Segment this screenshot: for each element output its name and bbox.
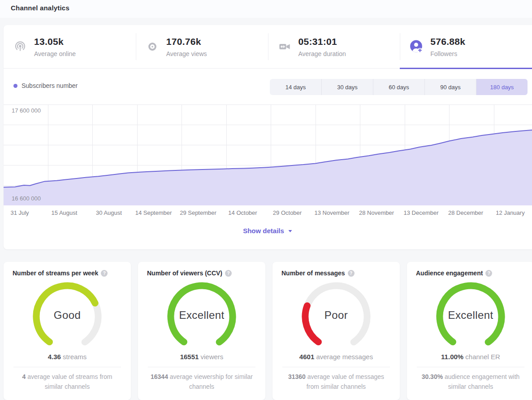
broadcast-icon — [14, 40, 26, 53]
benchmark-card-value: 4601 average messages — [281, 353, 391, 361]
x-axis-labels: 31 July15 August30 August14 September29 … — [4, 205, 532, 221]
camera-icon — [278, 40, 291, 53]
divider — [13, 367, 121, 367]
stat-value: 13.05k — [34, 36, 76, 47]
benchmark-card-title: Number of messages — [281, 270, 345, 277]
divider — [417, 367, 524, 367]
benchmark-comparison-text: 31360 average value of messages from sim… — [281, 372, 391, 391]
benchmark-card-value: 16551 viewers — [147, 353, 256, 361]
x-axis-tick-label: 14 October — [228, 209, 257, 216]
chart-canvas — [4, 104, 532, 205]
help-icon[interactable]: ? — [348, 270, 355, 277]
range-option-14-days[interactable]: 14 days — [270, 79, 321, 95]
stat-value: 170.76k — [166, 36, 207, 47]
x-axis-tick-label: 14 September — [135, 209, 172, 216]
divider — [282, 367, 390, 367]
benchmark-card-number-of-messages: Number of messages ? Poor 4601 average m… — [272, 262, 400, 400]
range-option-30-days[interactable]: 30 days — [321, 79, 373, 95]
legend-dot — [13, 84, 17, 88]
benchmark-cards-row: Number of streams per week ? Good 4.36 s… — [4, 262, 532, 400]
gauge-rating-label: Poor — [296, 279, 376, 351]
benchmark-card-value: 11.00% channel ER — [416, 353, 525, 361]
legend-label: Subscribers number — [22, 82, 78, 89]
stat-tab-average-online[interactable]: 13.05k Average online — [4, 25, 136, 68]
stat-tab-followers[interactable]: 576.88k Followers — [400, 25, 532, 68]
follower-add-icon — [410, 40, 423, 53]
benchmark-card-title: Audience engagement — [416, 270, 483, 277]
gauge: Good — [27, 279, 108, 351]
benchmark-card-number-of-streams-per-week: Number of streams per week ? Good 4.36 s… — [4, 262, 131, 400]
stat-label: Average online — [34, 50, 76, 57]
gauge-rating-label: Excellent — [161, 279, 242, 351]
range-option-180-days[interactable]: 180 days — [476, 79, 528, 95]
x-axis-tick-label: 28 November — [359, 209, 394, 216]
chevron-down-icon — [288, 230, 293, 233]
x-axis-tick-label: 30 August — [96, 209, 122, 216]
page-title: Channel analytics — [11, 4, 69, 12]
views-icon — [147, 41, 158, 52]
x-axis-tick-label: 29 September — [180, 209, 216, 216]
benchmark-card-title: Number of viewers (CCV) — [147, 270, 222, 277]
x-axis-tick-label: 13 December — [403, 209, 438, 216]
benchmark-comparison-text: 16344 average viewership for similar cha… — [147, 372, 256, 391]
show-details-button[interactable]: Show details — [4, 227, 532, 235]
stat-tab-average-duration[interactable]: 05:31:01 Average duration — [268, 25, 400, 68]
stats-tab-row: 13.05k Average online 170.76k Average vi… — [4, 25, 532, 69]
gauge: Excellent — [430, 279, 511, 351]
gauge: Excellent — [161, 279, 242, 351]
help-icon[interactable]: ? — [485, 270, 492, 277]
stat-label: Average duration — [298, 50, 346, 57]
benchmark-card-audience-engagement: Audience engagement ? Excellent 11.00% c… — [407, 262, 532, 400]
top-bar — [0, 0, 532, 18]
x-axis-tick-label: 15 August — [52, 209, 78, 216]
stat-label: Followers — [430, 50, 465, 57]
analytics-card: 13.05k Average online 170.76k Average vi… — [4, 25, 532, 249]
stat-tab-average-views[interactable]: 170.76k Average views — [136, 25, 268, 68]
date-range-selector: 14 days30 days60 days90 days180 days — [270, 79, 528, 95]
stat-label: Average views — [166, 50, 207, 57]
divider — [148, 367, 255, 367]
benchmark-card-title: Number of streams per week — [13, 270, 98, 277]
stat-value: 05:31:01 — [298, 36, 346, 47]
x-axis-tick-label: 28 December — [448, 209, 483, 216]
x-axis-tick-label: 31 July — [10, 209, 29, 216]
help-icon[interactable]: ? — [225, 270, 232, 277]
chart-controls-row: Subscribers number 14 days30 days60 days… — [4, 69, 532, 104]
legend-subscribers-number: Subscribers number — [13, 82, 78, 89]
x-axis-tick-label: 29 October — [273, 209, 302, 216]
stat-value: 576.88k — [430, 36, 465, 47]
benchmark-comparison-text: 30.30% audience engagement with similar … — [416, 372, 525, 391]
gauge-rating-label: Good — [27, 279, 108, 351]
subscribers-area-chart: 17 600 000 16 600 000 — [4, 104, 532, 205]
benchmark-card-value: 4.36 streams — [13, 353, 122, 361]
help-icon[interactable]: ? — [101, 270, 108, 277]
gauge: Poor — [296, 279, 376, 351]
x-axis-tick-label: 12 January — [496, 209, 524, 216]
benchmark-comparison-text: 4 average value of streams from similar … — [13, 372, 122, 391]
y-axis-label-max: 17 600 000 — [12, 107, 41, 114]
y-axis-label-min: 16 600 000 — [12, 195, 41, 202]
x-axis-tick-label: 13 November — [314, 209, 349, 216]
show-details-label: Show details — [243, 227, 284, 235]
range-option-60-days[interactable]: 60 days — [373, 79, 424, 95]
benchmark-card-number-of-viewers-ccv: Number of viewers (CCV) ? Excellent 1655… — [138, 262, 265, 400]
range-option-90-days[interactable]: 90 days — [424, 79, 476, 95]
channel-analytics-page: Channel analytics 13.05k Average online … — [0, 0, 532, 400]
gauge-rating-label: Excellent — [430, 279, 511, 351]
